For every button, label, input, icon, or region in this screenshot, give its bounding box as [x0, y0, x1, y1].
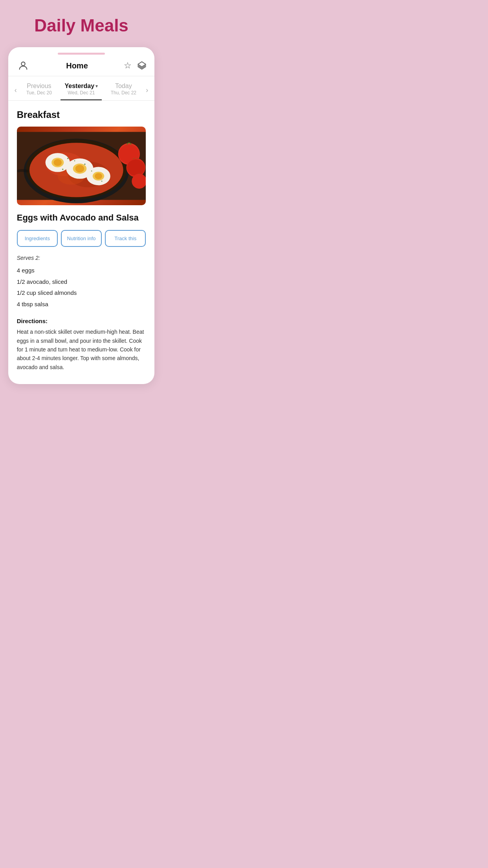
directions-text: Heat a non-stick skillet over medium-hig…: [17, 327, 146, 371]
previous-date-label: Previous: [27, 83, 51, 90]
meal-name: Eggs with Avocado and Salsa: [17, 212, 146, 224]
svg-point-22: [62, 169, 63, 170]
current-date-label: Yesterday: [64, 83, 94, 90]
date-nav-items: Previous Tue, Dec 20 Yesterday ▾ Wed, De…: [20, 80, 143, 100]
header-title: Home: [30, 61, 124, 70]
notch-area: [8, 47, 155, 59]
directions-title: Directions:: [17, 318, 146, 324]
ingredient-4: 4 tbsp salsa: [17, 299, 146, 310]
next-date-button[interactable]: ›: [143, 84, 151, 97]
next-date-label: Today: [115, 83, 132, 90]
current-date-item[interactable]: Yesterday ▾ Wed, Dec 21: [61, 80, 102, 100]
ingredient-3: 1/2 cup sliced almonds: [17, 287, 146, 299]
header-actions: ☆: [124, 61, 147, 70]
svg-point-27: [127, 160, 145, 176]
svg-point-14: [75, 165, 84, 172]
svg-point-0: [21, 62, 25, 66]
previous-date-item[interactable]: Previous Tue, Dec 20: [22, 80, 56, 100]
meal-type: Breakfast: [17, 109, 146, 120]
favorites-button[interactable]: ☆: [124, 61, 132, 70]
previous-date-sub: Tue, Dec 20: [26, 90, 52, 96]
svg-point-23: [101, 181, 103, 182]
svg-point-11: [53, 159, 62, 166]
ingredient-2: 1/2 avocado, sliced: [17, 276, 146, 288]
date-dropdown-caret: ▾: [95, 83, 98, 89]
food-illustration: [17, 127, 146, 205]
svg-point-21: [91, 171, 92, 172]
phone-card: Home ☆ ‹ Previous Tue, Dec 20: [8, 47, 155, 384]
svg-point-17: [95, 173, 102, 179]
notch-bar: [58, 53, 105, 55]
serves-label: Serves 2:: [17, 255, 146, 261]
prev-date-button[interactable]: ‹: [11, 84, 20, 97]
page-title: Daily Meals: [0, 0, 163, 47]
ingredients-list: 4 eggs 1/2 avocado, sliced 1/2 cup slice…: [17, 265, 146, 310]
next-date-sub: Thu, Dec 22: [111, 90, 136, 96]
svg-point-19: [74, 160, 75, 162]
svg-point-20: [84, 164, 85, 165]
directions-section: Directions: Heat a non-stick skillet ove…: [17, 318, 146, 371]
star-icon: ☆: [124, 61, 132, 70]
meal-image: [17, 127, 146, 205]
action-buttons: Ingredients Nutrition info Track this: [17, 230, 146, 247]
nutrition-info-button[interactable]: Nutrition info: [61, 230, 102, 247]
next-date-item[interactable]: Today Thu, Dec 22: [107, 80, 140, 100]
ingredient-1: 4 eggs: [17, 265, 146, 276]
layers-button[interactable]: [137, 61, 147, 70]
current-date-sub: Wed, Dec 21: [68, 90, 95, 96]
meal-section: Breakfast: [8, 101, 155, 371]
app-header: Home ☆: [8, 59, 155, 76]
profile-button[interactable]: [16, 60, 30, 71]
date-navigation: ‹ Previous Tue, Dec 20 Yesterday ▾ Wed, …: [8, 76, 155, 101]
svg-point-18: [67, 158, 68, 159]
track-this-button[interactable]: Track this: [105, 230, 146, 247]
ingredients-button[interactable]: Ingredients: [17, 230, 58, 247]
svg-point-28: [132, 174, 146, 189]
layers-icon: [137, 61, 147, 70]
